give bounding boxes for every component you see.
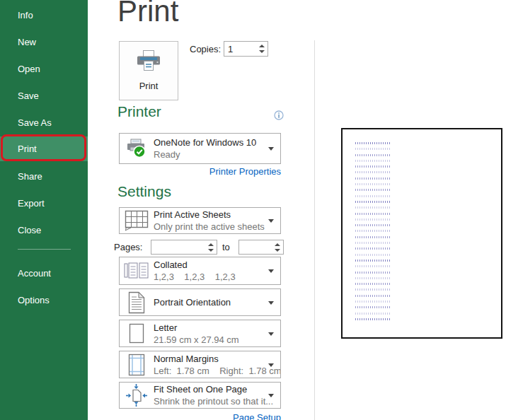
chevron-down-icon (268, 269, 274, 273)
preview-row (355, 230, 391, 232)
preview-row (355, 259, 391, 262)
sidebar-item-label: Info (18, 10, 33, 21)
chevron-down-icon (268, 147, 274, 151)
collation-primary: Collated (154, 259, 280, 271)
sidebar-item-open[interactable]: Open (0, 56, 88, 81)
print-what-select[interactable]: Print Active Sheets Only print the activ… (119, 207, 281, 234)
preview-lines (355, 142, 392, 324)
sheets-icon (120, 210, 154, 231)
sidebar-item-label: Close (18, 225, 41, 235)
sidebar-item-label: Print (18, 144, 37, 154)
settings-heading: Settings (117, 183, 171, 200)
preview-row (355, 272, 391, 274)
spin-up-icon[interactable] (259, 45, 265, 47)
collation-select[interactable]: Collated 1,2,3 1,2,3 1,2,3 (119, 257, 281, 285)
sidebar-item-print[interactable]: Print (0, 136, 88, 161)
sidebar-item-label: Share (18, 171, 42, 182)
scaling-select[interactable]: Fit Sheet on One Page Shrink the printou… (119, 382, 281, 409)
preview-row (355, 218, 391, 221)
collation-text: Collated 1,2,3 1,2,3 1,2,3 (154, 259, 280, 283)
printer-icon (135, 49, 162, 76)
pages-from-input[interactable] (151, 240, 208, 254)
printer-status: Ready (154, 148, 280, 161)
sidebar-item-share[interactable]: Share (0, 163, 88, 189)
sidebar-item-account[interactable]: Account (0, 260, 88, 286)
printer-properties-link[interactable]: Printer Properties (209, 166, 281, 177)
paper-size-select[interactable]: Letter 21.59 cm x 27.94 cm (119, 320, 281, 347)
scaling-text: Fit Sheet on One Page Shrink the printou… (154, 383, 280, 407)
sidebar-item-options[interactable]: Options (0, 287, 88, 313)
collated-icon (120, 261, 154, 281)
sidebar-item-label: Open (18, 64, 40, 74)
preview-row (355, 154, 391, 156)
spin-down-icon[interactable] (208, 249, 214, 252)
margins-select[interactable]: Normal Margins Left: 1.78 cm Right: 1.78… (119, 351, 281, 378)
printer-select[interactable]: OneNote for Windows 10 Ready (119, 133, 281, 164)
preview-row (355, 254, 391, 256)
pages-from-stepper (151, 240, 217, 255)
preview-row (355, 148, 391, 150)
sidebar-item-close[interactable]: Close (0, 217, 88, 243)
copies-spinner-arrows[interactable] (259, 45, 268, 53)
sidebar-item-info[interactable]: Info (0, 2, 88, 28)
sidebar-item-label: Options (18, 295, 50, 305)
preview-row (355, 283, 391, 285)
margins-text: Normal Margins Left: 1.78 cm Right: 1.78… (154, 353, 280, 377)
preview-row (355, 242, 391, 244)
spin-down-icon[interactable] (275, 249, 280, 252)
print-button-label: Print (139, 81, 159, 91)
preview-row (355, 213, 391, 215)
letter-page-icon (120, 323, 154, 344)
chevron-down-icon (268, 332, 274, 336)
print-preview-page (341, 128, 502, 339)
preview-row (355, 313, 391, 315)
preview-row (355, 171, 391, 173)
spin-up-icon[interactable] (275, 243, 280, 246)
spin-down-icon[interactable] (259, 50, 265, 53)
printer-name: OneNote for Windows 10 (154, 136, 280, 148)
pages-to-label: to (222, 242, 230, 252)
sidebar-item-export[interactable]: Export (0, 190, 88, 216)
pages-from-arrows[interactable] (208, 243, 217, 252)
preview-row (355, 195, 391, 197)
paper-size-text: Letter 21.59 cm x 27.94 cm (154, 322, 280, 346)
preview-row (355, 206, 391, 209)
sidebar-item-save[interactable]: Save (0, 83, 88, 108)
orientation-select[interactable]: Portrait Orientation (119, 288, 281, 316)
info-icon[interactable] (274, 110, 284, 120)
pages-to-arrows[interactable] (275, 243, 283, 252)
preview-row (355, 295, 391, 297)
print-what-secondary: Only print the active sheets (154, 221, 280, 233)
print-button[interactable]: Print (119, 41, 178, 100)
printer-select-text: OneNote for Windows 10 Ready (154, 136, 280, 161)
sidebar-item-label: Account (18, 268, 51, 279)
preview-row (355, 265, 391, 267)
chevron-down-icon (268, 394, 274, 397)
copies-input[interactable] (224, 42, 259, 56)
print-what-text: Print Active Sheets Only print the activ… (154, 209, 280, 233)
chevron-down-icon (268, 219, 274, 223)
preview-row (355, 224, 391, 226)
preview-row (355, 189, 391, 191)
chevron-down-icon (268, 301, 274, 305)
sidebar-item-label: Export (18, 198, 45, 209)
page-setup-link[interactable]: Page Setup (233, 412, 281, 420)
print-what-primary: Print Active Sheets (154, 209, 280, 221)
preview-row (355, 247, 391, 250)
sidebar-item-save-as[interactable]: Save As (0, 110, 88, 135)
pages-label: Pages: (114, 242, 142, 252)
scaling-secondary: Shrink the printout so that it... (154, 395, 280, 407)
sidebar-item-new[interactable]: New (0, 29, 88, 54)
preview-divider (314, 40, 315, 420)
preview-row (355, 306, 391, 308)
collation-secondary: 1,2,3 1,2,3 1,2,3 (154, 271, 280, 283)
preview-row (355, 160, 391, 162)
preview-row (355, 288, 391, 291)
spin-up-icon[interactable] (208, 243, 214, 246)
pages-to-input[interactable] (239, 240, 275, 254)
preview-row (355, 201, 391, 203)
pages-to-stepper (238, 240, 284, 255)
preview-row (355, 165, 391, 168)
backstage-sidebar: Info New Open Save Save As Print Share E… (0, 0, 88, 420)
preview-row (355, 183, 391, 185)
